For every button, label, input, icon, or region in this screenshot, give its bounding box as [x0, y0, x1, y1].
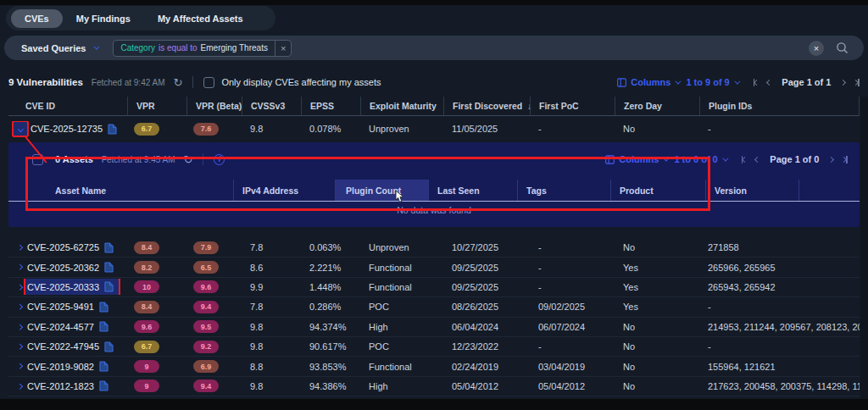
header-ipv4-address[interactable]: IPv4 Address	[233, 180, 335, 201]
info-icon[interactable]: i	[214, 154, 225, 165]
header-version[interactable]: Version	[705, 180, 798, 201]
cve-id-cell: CVE-2019-9082	[8, 358, 127, 374]
chevron-down-icon[interactable]	[94, 44, 100, 50]
filter-chip-remove-icon[interactable]: ×	[275, 41, 291, 56]
assets-columns-button[interactable]: Columns	[605, 154, 667, 164]
cve-table-row: CVE-2022-479456.79.29.890.617%POC12/23/2…	[8, 337, 860, 357]
expand-chevron-icon[interactable]	[14, 385, 25, 389]
saved-queries-button[interactable]: Saved Queries	[21, 43, 86, 53]
search-icon[interactable]	[836, 42, 849, 54]
vpr-beta-cell: 9.4	[186, 301, 242, 313]
cve-id-link[interactable]: CVE-2012-1823	[27, 381, 94, 391]
scrollbar[interactable]	[860, 97, 868, 399]
document-icon[interactable]	[99, 321, 108, 332]
rows-range-dropdown[interactable]: 1 to 9 of 9	[686, 77, 737, 87]
pagination-first-button[interactable]	[742, 156, 748, 163]
columns-icon	[605, 155, 615, 164]
header-plugin-ids[interactable]: Plugin IDs	[699, 97, 860, 115]
header-first-poc[interactable]: First PoC	[530, 97, 615, 115]
affecting-assets-checkbox[interactable]	[203, 77, 214, 88]
tab-cves[interactable]: CVEs	[11, 9, 63, 28]
document-icon[interactable]	[104, 341, 114, 352]
epss-cell: 90.617%	[301, 341, 360, 352]
header-tags[interactable]: Tags	[517, 180, 610, 201]
header-asset-name[interactable]: Asset Name	[47, 180, 233, 201]
pagination-prev-button[interactable]	[754, 156, 760, 162]
header-vpr[interactable]: VPR	[127, 97, 186, 115]
pagination-last-button[interactable]	[854, 79, 860, 86]
header-exploit-maturity[interactable]: Exploit Maturity	[360, 97, 443, 115]
exploit-maturity-cell: Unproven	[360, 124, 443, 134]
tab-my-affected-assets[interactable]: My Affected Assets	[144, 9, 257, 28]
document-icon[interactable]	[104, 242, 114, 253]
pagination-next-button[interactable]	[840, 79, 846, 85]
header-checkbox-spacer	[8, 180, 47, 201]
cve-id-wrap: CVE-2025-20362	[25, 259, 119, 275]
assets-select-all-checkbox[interactable]	[32, 154, 43, 165]
expand-chevron-icon[interactable]	[14, 265, 25, 269]
cve-id-link[interactable]: CVE-2024-4577	[27, 322, 94, 332]
expand-chevron-icon[interactable]	[14, 345, 25, 349]
header-last-seen[interactable]: Last Seen	[428, 180, 517, 201]
first-poc-cell: 06/07/2024	[530, 322, 615, 332]
first-poc-cell: 05/04/2012	[530, 381, 615, 391]
expand-chevron-icon[interactable]	[14, 305, 25, 309]
refresh-icon[interactable]: ↻	[174, 76, 183, 89]
cve-id-cell: CVE-2025-62725	[8, 240, 127, 256]
first-poc-cell: -	[530, 242, 615, 252]
cve-id-link[interactable]: CVE-2025-20333	[27, 282, 99, 292]
filter-chip[interactable]: Category is equal to Emerging Threats ×	[113, 40, 292, 57]
cve-id-link[interactable]: CVE-2022-47945	[27, 341, 99, 352]
cve-id-link[interactable]: CVE-2025-9491	[27, 302, 94, 312]
pagination-prev-button[interactable]	[766, 79, 772, 85]
header-cvssv3[interactable]: CVSSv3	[242, 97, 301, 115]
clear-filters-icon[interactable]: ×	[809, 41, 824, 56]
expand-chevron-icon[interactable]	[14, 122, 27, 136]
tab-my-findings[interactable]: My Findings	[63, 9, 144, 28]
vpr-beta-cell: 9.4	[186, 380, 242, 392]
vpr-beta-badge: 9.5	[193, 320, 219, 333]
pagination-next-button[interactable]	[828, 156, 834, 162]
plugin-ids-cell: -	[699, 124, 860, 134]
header-cve-id[interactable]: CVE ID	[8, 97, 127, 115]
pagination-last-button[interactable]	[842, 156, 848, 163]
vpr-cell: 9	[127, 360, 186, 373]
document-icon[interactable]	[99, 380, 108, 391]
cve-id-link[interactable]: CVE-2025-12735	[31, 124, 103, 134]
document-icon[interactable]	[99, 302, 108, 313]
pagination-first-button[interactable]	[754, 79, 760, 86]
vpr-cell: 9	[127, 380, 186, 392]
document-icon[interactable]	[104, 262, 114, 273]
refresh-icon[interactable]: ↻	[184, 153, 193, 166]
expand-chevron-icon[interactable]	[14, 246, 25, 250]
assets-rows-range-dropdown[interactable]: 1 to 0 of 0	[674, 154, 726, 164]
header-epss[interactable]: EPSS	[301, 97, 360, 115]
cve-table-header: CVE ID VPR VPR (Beta) CVSSv3 EPSS Exploi…	[8, 97, 860, 116]
document-icon[interactable]	[108, 124, 117, 135]
first-poc-cell: -	[530, 263, 615, 273]
columns-button[interactable]: Columns	[617, 77, 679, 87]
header-first-discovered[interactable]: First Discovered↓	[443, 97, 530, 115]
expand-chevron-icon[interactable]	[14, 364, 25, 368]
cve-id-wrap: CVE-2022-47945	[25, 339, 119, 355]
cve-id-link[interactable]: CVE-2025-62725	[27, 242, 99, 252]
document-icon[interactable]	[99, 361, 108, 372]
cve-id-wrap: CVE-2024-4577	[25, 319, 114, 335]
header-vpr-beta[interactable]: VPR (Beta)	[186, 97, 242, 115]
first-poc-cell: 09/02/2025	[530, 302, 615, 312]
cve-id-link[interactable]: CVE-2019-9082	[27, 362, 94, 372]
document-icon[interactable]	[104, 281, 114, 292]
no-data-message: No data was found	[8, 205, 860, 215]
expand-chevron-icon[interactable]	[14, 325, 25, 330]
header-product[interactable]: Product	[610, 180, 705, 201]
assets-page-indicator: Page 1 of 0	[770, 154, 819, 164]
chevron-down-icon	[722, 155, 728, 161]
expand-chevron-icon[interactable]	[14, 285, 25, 290]
first-discovered-cell: 12/23/2022	[443, 341, 530, 352]
cve-id-link[interactable]: CVE-2025-20362	[27, 263, 99, 273]
header-zero-day[interactable]: Zero Day	[615, 97, 699, 115]
cursor-icon	[394, 190, 405, 208]
epss-cell: 1.448%	[301, 282, 360, 292]
header-plugin-count[interactable]: Plugin Count	[335, 180, 428, 201]
cvssv3-cell: 7.8	[242, 242, 301, 252]
